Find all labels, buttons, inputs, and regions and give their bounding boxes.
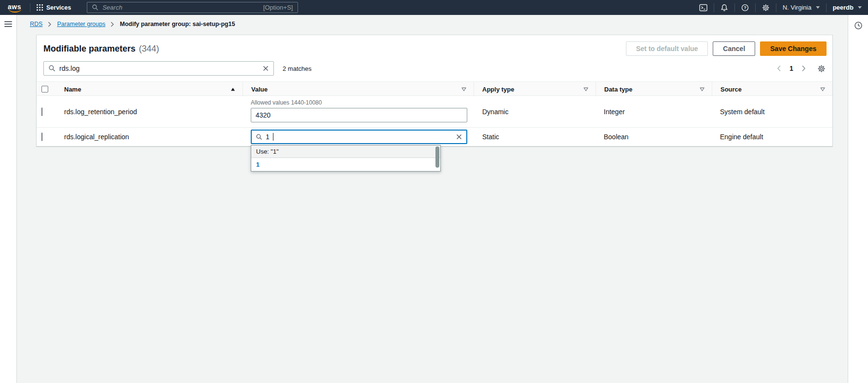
filter-triangle-icon[interactable]: [820, 87, 825, 92]
page-title-text: Modifiable parameters: [43, 44, 136, 54]
clear-value-icon[interactable]: [456, 134, 462, 140]
breadcrumb: RDS Parameter groups Modify parameter gr…: [30, 21, 235, 27]
right-sidebar-rail: [848, 15, 868, 383]
column-header-name[interactable]: Name: [56, 82, 243, 96]
hamburger-menu-icon[interactable]: [4, 21, 12, 27]
filter-triangle-icon[interactable]: [700, 87, 705, 92]
parameter-filter-input[interactable]: [59, 65, 259, 72]
source-value: System default: [712, 108, 832, 116]
clock-icon[interactable]: [854, 21, 863, 30]
breadcrumb-chevron-icon: [48, 22, 52, 27]
left-sidebar-rail: [0, 15, 17, 383]
dropdown-option-1[interactable]: 1: [251, 158, 440, 171]
pagination: 1: [776, 64, 826, 73]
dropdown-scrollbar[interactable]: [435, 146, 439, 170]
row-checkbox[interactable]: [41, 107, 42, 116]
global-search-box[interactable]: [Option+S]: [87, 2, 298, 13]
table-row: rds.log_retention_period Allowed values …: [37, 96, 832, 128]
search-icon: [92, 4, 98, 11]
apply-type-value: Dynamic: [474, 108, 596, 116]
filter-triangle-icon[interactable]: [583, 87, 588, 92]
chevron-down-icon: [858, 6, 862, 9]
match-count: 2 matches: [283, 65, 312, 72]
page-title: Modifiable parameters (344): [43, 44, 159, 54]
search-shortcut-hint: [Option+S]: [263, 4, 293, 11]
data-type-value: Boolean: [596, 133, 712, 141]
parameter-name: rds.logical_replication: [56, 133, 243, 141]
set-to-default-button[interactable]: Set to default value: [626, 41, 708, 56]
top-navigation-bar: aws Services [Option+S]: [0, 0, 868, 15]
parameters-table: Name Value Apply type Data type: [37, 81, 832, 146]
allowed-values-hint: Allowed values 1440-10080: [251, 99, 474, 106]
search-icon: [49, 65, 55, 72]
row-checkbox[interactable]: [41, 132, 42, 141]
account-label: peerdb: [833, 4, 854, 11]
cancel-button[interactable]: Cancel: [713, 41, 755, 56]
help-button[interactable]: ?: [735, 0, 755, 15]
account-menu[interactable]: peerdb: [827, 0, 868, 15]
table-row: rds.logical_replication 1 Use: "1" 1: [37, 128, 832, 146]
region-selector[interactable]: N. Virginia: [776, 0, 826, 15]
search-icon: [256, 134, 262, 140]
data-type-value: Integer: [596, 108, 712, 116]
column-header-value[interactable]: Value: [243, 82, 474, 96]
select-all-checkbox[interactable]: [41, 86, 48, 92]
table-preferences-gear-icon[interactable]: [817, 65, 826, 73]
dropdown-use-entered-value[interactable]: Use: "1": [251, 145, 440, 158]
table-header-row: Name Value Apply type Data type: [37, 81, 832, 96]
notifications-button[interactable]: [714, 0, 734, 15]
sort-ascending-icon: [231, 87, 235, 92]
parameter-filter-box[interactable]: [43, 61, 274, 76]
parameter-count-badge: (344): [139, 44, 159, 54]
column-header-data-type[interactable]: Data type: [596, 82, 712, 96]
column-header-source[interactable]: Source: [712, 82, 832, 96]
value-suggestions-dropdown: Use: "1" 1: [251, 145, 441, 172]
region-label: N. Virginia: [783, 4, 812, 11]
parameter-name: rds.log_retention_period: [56, 108, 243, 116]
breadcrumb-chevron-icon: [110, 22, 114, 27]
apply-type-value: Static: [474, 133, 596, 141]
text-cursor: [273, 133, 273, 141]
services-grid-icon: [37, 4, 43, 11]
svg-text:?: ?: [744, 5, 746, 10]
cloudshell-terminal-icon: [699, 4, 707, 12]
modifiable-parameters-panel: Modifiable parameters (344) Set to defau…: [36, 35, 833, 146]
settings-button[interactable]: [756, 0, 776, 15]
global-search-input[interactable]: [102, 4, 259, 11]
services-menu-button[interactable]: Services: [30, 0, 77, 15]
gear-icon: [762, 4, 770, 12]
source-value: Engine default: [712, 133, 832, 141]
breadcrumb-current: Modify parameter group: sai-setup-pg15: [120, 21, 235, 27]
services-label: Services: [46, 4, 71, 11]
breadcrumb-link-parameter-groups[interactable]: Parameter groups: [57, 21, 105, 27]
logical-replication-value-combobox[interactable]: 1: [251, 130, 467, 144]
current-page-number[interactable]: 1: [787, 65, 796, 72]
bell-icon: [720, 4, 728, 12]
filter-triangle-icon[interactable]: [461, 87, 466, 92]
chevron-down-icon: [816, 6, 820, 9]
next-page-button[interactable]: [800, 64, 807, 73]
clear-filter-icon[interactable]: [263, 66, 269, 71]
combobox-value-text: 1: [266, 133, 270, 141]
breadcrumb-link-rds[interactable]: RDS: [30, 21, 42, 27]
cloudshell-button[interactable]: [693, 0, 714, 15]
help-icon: ?: [741, 4, 749, 12]
retention-period-value-input[interactable]: [251, 108, 467, 122]
save-changes-button[interactable]: Save Changes: [760, 41, 827, 56]
previous-page-button[interactable]: [776, 64, 782, 73]
column-header-apply-type[interactable]: Apply type: [474, 82, 596, 96]
aws-logo[interactable]: aws: [8, 2, 23, 13]
